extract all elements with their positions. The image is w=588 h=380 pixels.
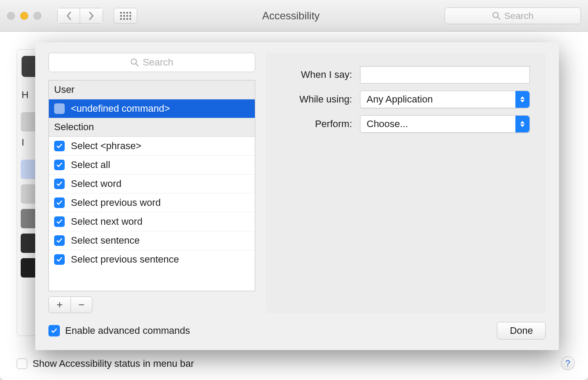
when-label: When I say: — [282, 69, 352, 80]
check-icon — [56, 199, 63, 206]
commands-search-field[interactable]: Search — [48, 53, 255, 72]
window-title: Accessibility — [143, 10, 439, 22]
accessibility-window: Accessibility Search H I Show Accessibil… — [0, 0, 588, 380]
command-row-undefined[interactable]: <undefined command> — [49, 99, 255, 118]
command-label: Select word — [71, 178, 121, 190]
close-window-button[interactable] — [7, 12, 15, 20]
form-row-while: While using: Any Application — [282, 91, 530, 108]
advanced-commands-label: Enable advanced commands — [65, 325, 190, 336]
svg-line-3 — [136, 64, 138, 66]
when-input[interactable] — [360, 66, 530, 84]
command-checkbox[interactable] — [54, 179, 65, 189]
commands-sheet: Search User <undefined command> Selectio… — [35, 42, 559, 350]
chevron-left-icon — [66, 11, 72, 20]
command-checkbox[interactable] — [54, 103, 65, 114]
minimize-window-button[interactable] — [20, 12, 28, 20]
show-all-button[interactable] — [114, 8, 137, 24]
done-button[interactable]: Done — [497, 322, 546, 340]
advanced-commands-checkbox[interactable] — [48, 325, 60, 336]
toolbar-search-placeholder: Search — [504, 11, 534, 21]
question-icon: ? — [565, 358, 570, 369]
check-icon — [56, 161, 63, 168]
svg-line-1 — [498, 17, 500, 19]
footer-row: Show Accessibility status in menu bar — [17, 358, 571, 369]
toolbar-search-field[interactable]: Search — [445, 7, 581, 24]
content-area: H I Show Accessibility status in menu ba… — [0, 32, 588, 380]
command-label: Select previous sentence — [71, 254, 179, 265]
command-label: Select sentence — [71, 235, 140, 246]
command-checkbox[interactable] — [54, 141, 65, 151]
commands-search-placeholder: Search — [143, 57, 173, 68]
commands-list[interactable]: User <undefined command> Selection Selec… — [48, 80, 255, 291]
command-checkbox[interactable] — [54, 235, 65, 246]
check-icon — [51, 327, 58, 334]
command-detail-panel: When I say: While using: Any Application… — [266, 53, 546, 313]
group-header-selection: Selection — [49, 118, 255, 137]
chevron-updown-icon — [515, 116, 529, 132]
zoom-window-button[interactable] — [33, 12, 41, 20]
command-label: Select <phrase> — [71, 140, 141, 152]
while-label: While using: — [282, 94, 352, 105]
command-label: Select next word — [71, 216, 143, 227]
check-icon — [56, 180, 63, 187]
perform-popup[interactable]: Choose... — [360, 115, 530, 133]
group-header-user: User — [49, 80, 255, 99]
check-icon — [56, 237, 63, 244]
chevron-right-icon — [88, 11, 95, 20]
traffic-lights — [7, 12, 41, 20]
sheet-top: Search User <undefined command> Selectio… — [48, 53, 546, 313]
command-checkbox[interactable] — [54, 160, 65, 170]
svg-point-2 — [131, 59, 136, 64]
form-row-perform: Perform: Choose... — [282, 115, 530, 133]
search-icon — [130, 58, 139, 67]
nav-segment — [57, 8, 103, 24]
remove-command-button[interactable]: − — [70, 297, 92, 313]
command-label: <undefined command> — [71, 103, 170, 114]
grid-icon — [120, 12, 131, 20]
command-row[interactable]: Select word — [49, 174, 255, 193]
search-icon — [492, 11, 501, 20]
perform-label: Perform: — [282, 118, 352, 130]
help-button[interactable]: ? — [561, 356, 575, 370]
chevron-updown-icon — [515, 91, 529, 108]
command-checkbox[interactable] — [54, 216, 65, 227]
command-row[interactable]: Select all — [49, 155, 255, 174]
sheet-bottom: Enable advanced commands Done — [48, 322, 546, 340]
command-checkbox[interactable] — [54, 254, 65, 265]
add-remove-segment: + − — [48, 296, 92, 313]
perform-value: Choose... — [360, 118, 515, 130]
form-row-when: When I say: — [282, 66, 530, 84]
check-icon — [56, 142, 63, 150]
command-row[interactable]: Select next word — [49, 212, 255, 231]
status-menu-checkbox[interactable] — [17, 358, 27, 369]
command-row[interactable]: Select <phrase> — [49, 137, 255, 155]
commands-left-column: Search User <undefined command> Selectio… — [48, 53, 255, 313]
svg-point-0 — [493, 12, 498, 18]
back-button[interactable] — [57, 8, 80, 24]
command-row[interactable]: Select previous sentence — [49, 250, 255, 269]
status-menu-label: Show Accessibility status in menu bar — [33, 358, 194, 369]
command-checkbox[interactable] — [54, 197, 65, 208]
check-icon — [56, 218, 63, 225]
command-label: Select all — [71, 159, 110, 171]
command-row[interactable]: Select sentence — [49, 231, 255, 250]
command-row[interactable]: Select previous word — [49, 193, 255, 212]
while-using-value: Any Application — [360, 94, 515, 105]
advanced-commands-row: Enable advanced commands — [48, 325, 190, 336]
command-label: Select previous word — [71, 197, 161, 208]
titlebar: Accessibility Search — [0, 0, 588, 32]
add-command-button[interactable]: + — [49, 297, 70, 313]
forward-button[interactable] — [80, 8, 103, 24]
while-using-popup[interactable]: Any Application — [360, 91, 530, 108]
check-icon — [56, 256, 63, 263]
